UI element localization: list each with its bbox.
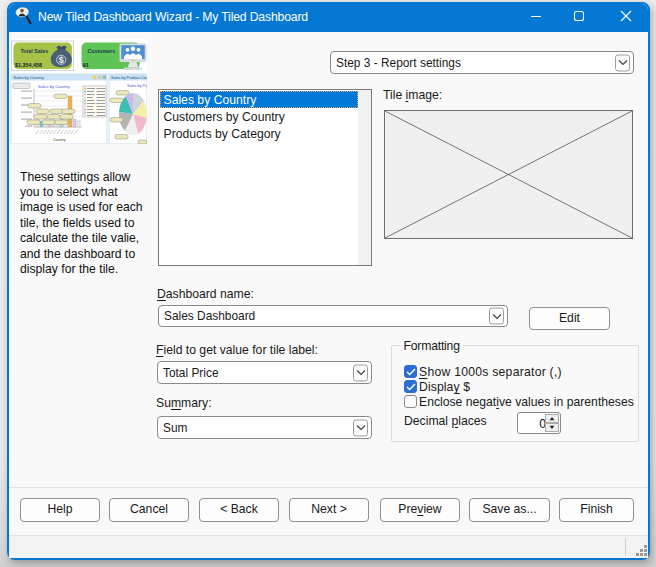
svg-text:Customers: Customers [88, 48, 116, 54]
svg-text:91: 91 [83, 62, 89, 68]
svg-text:Sales by Product Category: Sales by Product Category [111, 76, 147, 80]
svg-text:Country: Country [53, 138, 66, 142]
svg-text:$1,354,458: $1,354,458 [15, 62, 42, 68]
svg-text:Sales by Product: Sales by Product [127, 84, 147, 88]
svg-text:Total Sales: Total Sales [21, 48, 49, 54]
svg-text:Sales by Country: Sales by Country [14, 75, 44, 80]
svg-text:Sales by Country: Sales by Country [38, 84, 71, 89]
svg-text:$: $ [59, 55, 64, 65]
